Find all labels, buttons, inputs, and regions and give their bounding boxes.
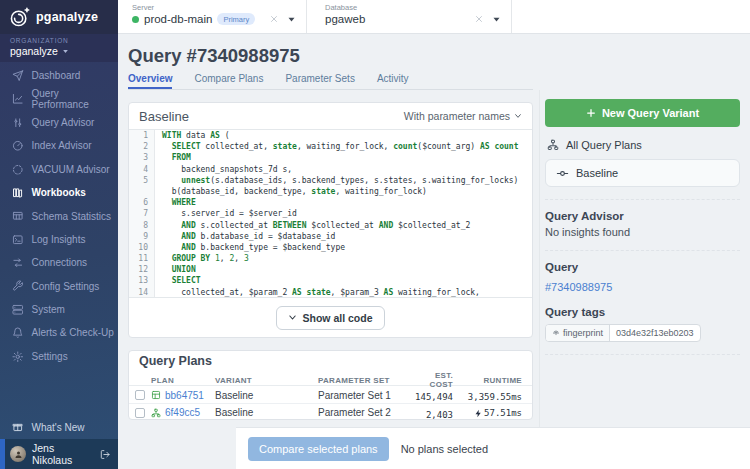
plan-grid-icon <box>151 390 161 400</box>
person-icon <box>14 450 23 459</box>
tab-overview[interactable]: Overview <box>128 73 172 89</box>
sidebar-item-config-settings[interactable]: Config Settings <box>0 275 118 298</box>
sidebar-item-workbooks[interactable]: Workbooks <box>0 181 118 204</box>
connections-icon <box>12 257 24 269</box>
database-caret-down-icon[interactable] <box>492 15 501 24</box>
sidebar-item-schema-statistics[interactable]: Schema Statistics <box>0 204 118 227</box>
line-number: 5 <box>129 175 155 186</box>
parameter-set-cell: Parameter Set 2 <box>318 407 415 418</box>
code-text: WITH data AS ( <box>155 130 229 141</box>
show-all-code-button[interactable]: Show all code <box>276 306 384 330</box>
line-number <box>129 186 155 197</box>
plan-checkbox[interactable] <box>135 390 145 400</box>
line-number: 12 <box>129 264 155 275</box>
sidebar-item-label: Query Performance <box>32 88 119 110</box>
code-line: 3 FROM <box>129 152 532 163</box>
code-line: 2 SELECT collected_at, state, waiting_fo… <box>129 141 532 152</box>
code-text: AND b.backend_type = $backend_type <box>155 242 345 253</box>
brand-name: pganalyze <box>36 10 98 24</box>
code-line: 5 unnest(s.database_ids, s.backend_types… <box>129 175 532 186</box>
baseline-panel-title: Baseline <box>139 109 189 124</box>
clear-database-icon[interactable] <box>474 14 484 24</box>
code-text: SELECT <box>155 275 201 286</box>
sidebar-item-connections[interactable]: Connections <box>0 251 118 274</box>
sidebar-item-system[interactable]: System <box>0 298 118 321</box>
settings-icon <box>12 351 24 363</box>
baseline-variant-label: Baseline <box>576 167 618 179</box>
line-number: 9 <box>129 231 155 242</box>
line-number: 2 <box>129 141 155 152</box>
sidebar-item-query-advisor[interactable]: Query Advisor <box>0 111 118 134</box>
plan-checkbox[interactable] <box>135 408 145 418</box>
sidebar-item-index-advisor[interactable]: Index Advisor <box>0 134 118 157</box>
footer-bar: Compare selected plans No plans selected <box>236 427 750 469</box>
code-line: b(database_id, backend_type, state, wait… <box>129 186 532 197</box>
organization-switcher[interactable]: ORGANIZATION pganalyze <box>0 34 118 62</box>
new-query-variant-label: New Query Variant <box>602 107 699 119</box>
footer-status: No plans selected <box>401 443 488 455</box>
sidebar-item-alerts-check-up[interactable]: Alerts & Check-Up <box>0 321 118 344</box>
clear-server-icon[interactable] <box>269 14 279 24</box>
code-text: SELECT collected_at, state, waiting_for_… <box>155 141 519 152</box>
column-variant: VARIANT <box>215 376 318 385</box>
organization-label: ORGANIZATION <box>10 37 118 44</box>
query-id-link[interactable]: #7340988975 <box>545 281 612 293</box>
query-plans-panel: Query Plans PLAN VARIANT PARAMETER SET E… <box>128 350 533 420</box>
fingerprint-tag-chip[interactable]: fingerprint 03d4e32f13eb0203 <box>545 324 701 342</box>
avatar <box>10 446 26 462</box>
sidebar-item-dashboard[interactable]: Dashboard <box>0 64 118 87</box>
tab-compare-plans[interactable]: Compare Plans <box>194 73 263 89</box>
whats-new-icon <box>12 421 24 433</box>
compare-selected-plans-button[interactable]: Compare selected plans <box>248 437 389 461</box>
database-value: pgaweb <box>325 13 365 25</box>
code-line: 4 backend_snapshots_7d s, <box>129 164 532 175</box>
baseline-variant-item[interactable]: Baseline <box>545 159 740 187</box>
tab-bar: Overview Compare Plans Parameter Sets Ac… <box>128 73 533 90</box>
sidebar-item-vacuum-advisor[interactable]: VACUUM Advisor <box>0 158 118 181</box>
line-number: 13 <box>129 275 155 286</box>
est-cost-cell: 2,403 <box>415 404 453 422</box>
code-text: AND b.database_id = $database_id <box>155 231 335 242</box>
new-query-variant-button[interactable]: New Query Variant <box>545 99 740 127</box>
workbooks-icon <box>12 187 24 199</box>
tag-value: 03d4e32f13eb0203 <box>610 328 700 338</box>
query-advisor-body: No insights found <box>545 226 740 238</box>
whats-new-label: What's New <box>32 422 85 433</box>
user-menu[interactable]: Jens Nikolaus <box>0 439 118 469</box>
plan-tree-icon <box>151 408 161 418</box>
line-number: 3 <box>129 152 155 163</box>
server-selector[interactable]: Server prod-db-main Primary <box>118 0 307 33</box>
line-number: 14 <box>129 287 155 298</box>
tab-activity[interactable]: Activity <box>377 73 409 89</box>
divider <box>545 354 740 355</box>
plan-cell: 6f49cc5 <box>151 407 215 418</box>
runtime-value: 57.51ms <box>484 408 522 418</box>
variant-cell: Baseline <box>215 390 318 401</box>
sidebar-item-settings[interactable]: Settings <box>0 345 118 368</box>
variant-cell: Baseline <box>215 407 318 418</box>
logo-row[interactable]: pganalyze <box>0 0 118 34</box>
sidebar-item-label: Query Advisor <box>32 117 95 128</box>
sidebar-item-query-performance[interactable]: Query Performance <box>0 87 118 110</box>
tab-parameter-sets[interactable]: Parameter Sets <box>285 73 354 89</box>
database-selector[interactable]: Database pgaweb <box>307 0 512 33</box>
sidebar-item-whats-new[interactable]: What's New <box>0 415 118 439</box>
sidebar-item-log-insights[interactable]: Log Insights <box>0 228 118 251</box>
plan-link[interactable]: bb64751 <box>165 390 204 401</box>
line-number: 7 <box>129 208 155 219</box>
all-query-plans-link[interactable]: All Query Plans <box>545 135 740 155</box>
est-cost-cell: 145,494 <box>415 386 453 404</box>
chevron-down-icon <box>514 112 522 120</box>
plus-icon <box>586 108 596 118</box>
code-text: collected_at, $param_2 AS state, $param_… <box>155 287 480 298</box>
logout-icon[interactable] <box>100 449 110 460</box>
code-text: WHERE <box>155 197 196 208</box>
table-row: 6f49cc5BaselineParameter Set 22,40357.51… <box>129 404 532 422</box>
primary-badge: Primary <box>217 13 255 25</box>
server-caret-down-icon[interactable] <box>287 15 296 24</box>
plan-link[interactable]: 6f49cc5 <box>165 407 200 418</box>
parameter-names-dropdown[interactable]: With parameter names <box>404 110 522 122</box>
code-text: AND s.collected_at BETWEEN $collected_at… <box>155 220 470 231</box>
sidebar-item-label: Dashboard <box>32 70 81 81</box>
tag-key-label: fingerprint <box>563 328 603 338</box>
